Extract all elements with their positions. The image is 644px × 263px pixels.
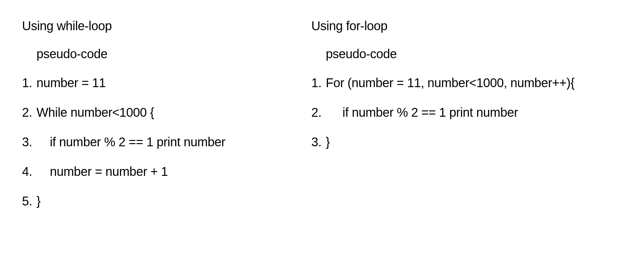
list-item: For (number = 11, number<1000, number++)…	[311, 75, 622, 91]
for-loop-list: For (number = 11, number<1000, number++)…	[311, 75, 622, 164]
while-loop-column: Using while-loop pseudo-code number = 11…	[22, 19, 299, 244]
list-item: if number % 2 == 1 print number	[311, 104, 622, 120]
code-line: While number<1000 {	[36, 104, 154, 120]
code-line: }	[326, 134, 330, 150]
while-loop-subheading: pseudo-code	[22, 47, 299, 61]
code-line: number = number + 1	[36, 164, 168, 179]
while-loop-heading: Using while-loop	[22, 19, 299, 33]
for-loop-column: Using for-loop pseudo-code For (number =…	[311, 19, 622, 244]
code-line: if number % 2 == 1 print number	[36, 134, 225, 150]
code-line: number = 11	[36, 75, 106, 91]
code-line: }	[36, 193, 41, 209]
while-loop-list: number = 11 While number<1000 { if numbe…	[22, 75, 299, 223]
code-line: For (number = 11, number<1000, number++)…	[326, 75, 575, 91]
for-loop-subheading: pseudo-code	[311, 47, 622, 61]
for-loop-heading: Using for-loop	[311, 19, 622, 33]
list-item: if number % 2 == 1 print number	[22, 134, 299, 150]
list-item: }	[22, 193, 299, 209]
list-item: number = 11	[22, 75, 299, 91]
code-line: if number % 2 == 1 print number	[326, 104, 518, 120]
list-item: number = number + 1	[22, 164, 299, 179]
list-item: }	[311, 134, 622, 150]
list-item: While number<1000 {	[22, 104, 299, 120]
